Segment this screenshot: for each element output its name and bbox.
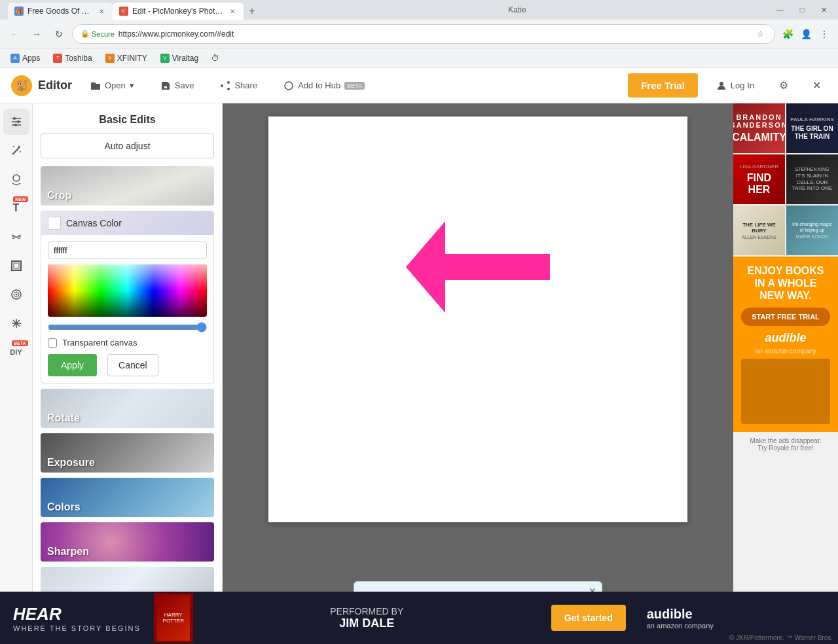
- start-free-trial-button[interactable]: START FREE TRIAL: [741, 308, 830, 326]
- book-life-we-bury[interactable]: THE LIFE WE BURY ALLEN ESKENS: [733, 206, 785, 255]
- maximize-button[interactable]: □: [793, 1, 811, 18]
- tab-free-goods[interactable]: 🎁 Free Goods Of The Weel ✕: [8, 3, 113, 20]
- sharpen-tool-item[interactable]: Sharpen: [41, 522, 214, 562]
- back-button[interactable]: ←: [5, 25, 24, 43]
- app-logo: 🐒 Editor: [10, 75, 72, 97]
- tab-close-1[interactable]: ✕: [97, 7, 106, 16]
- audible-logo: audible: [741, 331, 830, 345]
- add-to-hub-label: Add to Hub: [298, 80, 340, 90]
- bookmark-favicon-apps: A: [10, 54, 20, 63]
- auto-adjust-button[interactable]: Auto adjust: [41, 134, 214, 158]
- audible-ad: ENJOY BOOKS IN A WHOLE NEW WAY. START FR…: [733, 257, 838, 432]
- bookmark-viraltag[interactable]: V Viraltag: [155, 52, 204, 65]
- new-tab-button[interactable]: +: [244, 3, 261, 20]
- close-editor-button[interactable]: ✕: [805, 75, 828, 97]
- book-calamity[interactable]: BRANDON SANDERSON CALAMITY: [733, 103, 785, 153]
- bookmark-label-xfinity: XFINITY: [117, 54, 147, 63]
- minimize-button[interactable]: —: [771, 1, 788, 18]
- sidebar-item-basic-edits[interactable]: [3, 109, 29, 135]
- svg-point-17: [13, 175, 20, 181]
- exposure-tool-item[interactable]: Exposure: [41, 433, 214, 473]
- toolbar-icons: 🧩 👤 ⋮: [779, 26, 833, 43]
- canvas-area[interactable]: ✕ New Layers palette! Click to control y…: [223, 103, 733, 644]
- refresh-button[interactable]: ↻: [50, 25, 68, 43]
- ad-panel: BRANDON SANDERSON CALAMITY PAULA HAWKINS…: [733, 103, 838, 457]
- bookmark-favicon-viraltag: V: [160, 54, 170, 63]
- bookmark-star-icon[interactable]: ☆: [754, 27, 767, 41]
- browser-title: Katie: [508, 5, 526, 14]
- apply-cancel-row: Apply Cancel: [48, 354, 207, 376]
- tab-close-2[interactable]: ✕: [228, 7, 237, 16]
- forward-button[interactable]: →: [27, 25, 46, 43]
- sidebar-item-overlays[interactable]: [3, 224, 29, 250]
- close-button[interactable]: ✕: [816, 1, 833, 18]
- open-label: Open: [105, 80, 126, 90]
- book-life-changing-magic[interactable]: life-changing magic of tidying up MARIE …: [786, 206, 838, 255]
- bookmark-xfinity[interactable]: X XFINITY: [100, 52, 153, 65]
- free-trial-label: Free Trial: [641, 80, 685, 91]
- free-trial-button[interactable]: Free Trial: [628, 73, 698, 98]
- edit-panel: Basic Edits Auto adjust Crop Canvas Colo…: [33, 103, 223, 644]
- svg-rect-18: [12, 261, 21, 270]
- start-free-trial-label: START FREE TRIAL: [752, 313, 820, 321]
- get-started-button[interactable]: Get started: [551, 605, 626, 631]
- ad-disclaimer: Make the ads disappear.Try Royale for fr…: [733, 432, 838, 457]
- book-stephen-king[interactable]: STEPHEN KING IT'S SLAIN IN CELLS, OUR TA…: [786, 154, 838, 204]
- account-icon[interactable]: 👤: [797, 26, 814, 43]
- tab-picmonkey[interactable]: 🐒 Edit - PicMonkey's Photo... ✕: [113, 3, 244, 20]
- crop-label: Crop: [41, 187, 214, 206]
- extensions-icon[interactable]: 🧩: [779, 26, 796, 43]
- sidebar-item-touchup[interactable]: [3, 166, 29, 192]
- tab-favicon-2: 🐒: [119, 7, 128, 16]
- sidebar-item-diy[interactable]: DIY BETA: [3, 339, 29, 365]
- save-icon: [160, 80, 171, 91]
- svg-point-5: [285, 82, 293, 90]
- book-find-her[interactable]: LISA GARDNER FIND HER: [733, 154, 785, 204]
- crop-tool-item[interactable]: Crop: [41, 166, 214, 206]
- color-picker-gradient[interactable]: [48, 264, 207, 317]
- tab-favicon-1: 🎁: [14, 7, 24, 16]
- svg-point-8: [13, 117, 16, 120]
- bookmark-toshiba[interactable]: T Toshiba: [48, 52, 97, 65]
- sidebar-item-seasons[interactable]: [3, 310, 29, 336]
- share-button[interactable]: Share: [212, 77, 265, 95]
- bookmark-apps[interactable]: A Apps: [5, 52, 45, 65]
- more-options-icon[interactable]: ⋮: [816, 26, 833, 43]
- bookmark-timer[interactable]: ⏱: [206, 52, 225, 65]
- tab-label-1: Free Goods Of The Weel: [27, 7, 93, 16]
- canvas-color-label: Canvas Color: [66, 218, 122, 228]
- colors-tool-item[interactable]: Colors: [41, 478, 214, 517]
- sharpen-label: Sharpen: [41, 543, 214, 562]
- hex-color-input[interactable]: [48, 241, 207, 259]
- svg-point-15: [13, 146, 14, 147]
- address-bar[interactable]: 🔒 Secure https://www.picmonkey.com/#edit…: [72, 24, 775, 44]
- bookmark-favicon-toshiba: T: [53, 54, 62, 63]
- sidebar-item-frames[interactable]: [3, 253, 29, 279]
- sidebar-item-textures[interactable]: [3, 281, 29, 308]
- log-in-label: Log In: [731, 80, 754, 90]
- bottom-ad-book-image: HARRY POTTER: [154, 593, 193, 643]
- rotate-tool-item[interactable]: Rotate: [41, 389, 214, 428]
- new-badge: NEW: [13, 196, 27, 202]
- log-in-button[interactable]: Log In: [708, 77, 762, 95]
- cancel-button[interactable]: Cancel: [107, 354, 158, 376]
- sidebar-item-text[interactable]: T NEW: [3, 195, 29, 221]
- window-controls: — □ ✕: [771, 1, 833, 18]
- login-icon: [716, 80, 727, 91]
- svg-marker-14: [18, 145, 20, 148]
- svg-point-16: [20, 151, 21, 152]
- open-button[interactable]: Open ▾: [82, 77, 142, 95]
- bottom-ad-left: HEAR WHERE THE STORY BEGINS: [0, 599, 154, 637]
- sidebar-item-effects[interactable]: [3, 137, 29, 164]
- transparent-checkbox[interactable]: [48, 338, 57, 348]
- cancel-label: Cancel: [118, 360, 147, 370]
- hue-slider[interactable]: [48, 322, 207, 332]
- book-girl-on-train[interactable]: PAULA HAWKINS THE GIRL ON THE TRAIN: [786, 103, 838, 153]
- colors-label: Colors: [41, 499, 214, 517]
- canvas-color-header[interactable]: Canvas Color: [41, 211, 213, 235]
- settings-button[interactable]: ⚙: [773, 75, 795, 97]
- wand-icon: [10, 144, 23, 157]
- apply-button[interactable]: Apply: [48, 354, 97, 376]
- save-button[interactable]: Save: [153, 77, 202, 95]
- add-to-hub-button[interactable]: Add to Hub BETA: [276, 77, 373, 95]
